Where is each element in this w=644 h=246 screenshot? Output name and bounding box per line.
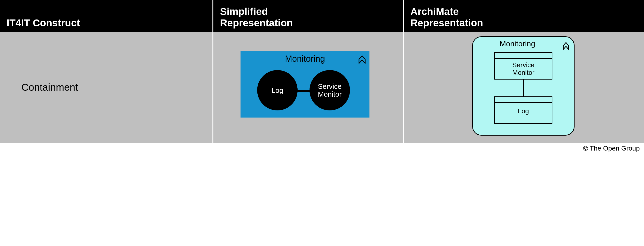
box-label: Service Monitor: [495, 59, 552, 79]
simplified-title: Monitoring: [240, 54, 370, 64]
archimate-title: Monitoring: [473, 39, 562, 48]
header-archimate: ArchiMate Representation: [404, 0, 644, 32]
header-label: IT4IT Construct: [7, 17, 80, 29]
construct-name: Containment: [22, 82, 78, 93]
node-label: Service Monitor: [318, 82, 342, 98]
node-service-monitor: Service Monitor: [310, 70, 350, 111]
simplified-cell: Monitoring Log Service Monitor: [214, 32, 404, 143]
box-label: Log: [495, 103, 552, 123]
node-label: Log: [272, 86, 283, 94]
archimate-cell: Monitoring Service Monitor Log: [404, 32, 644, 143]
construct-cell: Containment: [0, 32, 214, 143]
header-label: ArchiMate Representation: [410, 6, 483, 29]
copyright-text: © The Open Group: [0, 143, 644, 152]
connector-line: [523, 79, 524, 97]
header-label: Simplified Representation: [220, 6, 293, 29]
header-row: IT4IT Construct Simplified Representatio…: [0, 0, 644, 32]
header-construct: IT4IT Construct: [0, 0, 214, 32]
connector-line: [297, 90, 311, 92]
box-header-bar: [495, 53, 552, 59]
archimate-box-log: Log: [494, 96, 552, 124]
archimate-container: Monitoring Service Monitor Log: [472, 36, 574, 135]
header-simplified: Simplified Representation: [214, 0, 404, 32]
comparison-table: IT4IT Construct Simplified Representatio…: [0, 0, 644, 152]
function-icon: [358, 54, 366, 64]
function-icon: [562, 41, 570, 50]
box-header-bar: [495, 97, 552, 103]
body-row: Containment Monitoring Log Service Monit…: [0, 32, 644, 143]
node-log: Log: [257, 70, 298, 111]
simplified-container: Monitoring Log Service Monitor: [240, 51, 370, 118]
archimate-box-service-monitor: Service Monitor: [494, 52, 552, 80]
